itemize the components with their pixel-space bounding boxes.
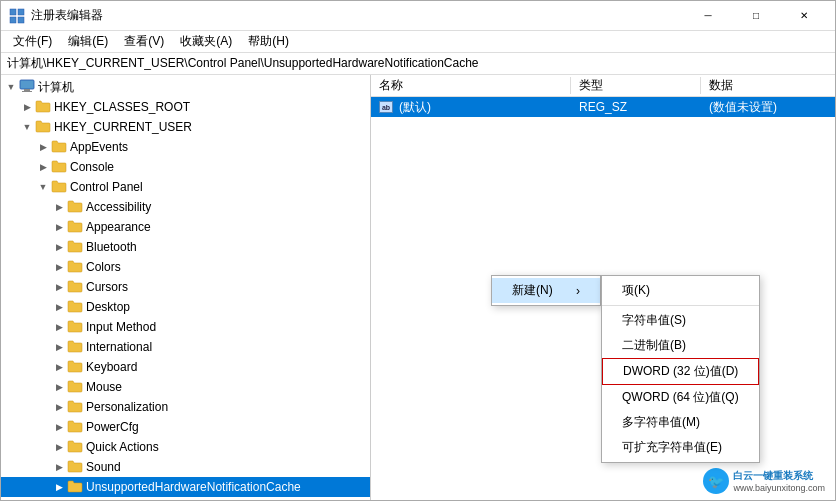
tree-item-hkcr[interactable]: HKEY_CLASSES_ROOT (1, 97, 370, 117)
svg-rect-3 (18, 17, 24, 23)
tree-item-appevents[interactable]: AppEvents (1, 137, 370, 157)
menu-favorites[interactable]: 收藏夹(A) (172, 31, 240, 52)
tree-item-international[interactable]: International (1, 337, 370, 357)
folder-icon (67, 219, 83, 236)
cell-name: ab (默认) (371, 99, 571, 116)
tree-item-label: Appearance (86, 220, 151, 234)
tree-item-computer[interactable]: 计算机 (1, 77, 370, 97)
tree-item-console[interactable]: Console (1, 157, 370, 177)
tree-item-quickactions[interactable]: Quick Actions (1, 437, 370, 457)
ctx-item-label: 项(K) (622, 282, 650, 299)
tree-item-inputmethod[interactable]: Input Method (1, 317, 370, 337)
toggle-mouse (51, 379, 67, 395)
tree-item-controlpanel[interactable]: Control Panel (1, 177, 370, 197)
ctx-item-label: DWORD (32 位)值(D) (623, 363, 738, 380)
tree-item-label: Personalization (86, 400, 168, 414)
toggle-appearance (51, 219, 67, 235)
folder-icon (67, 259, 83, 276)
reg-value-name: (默认) (399, 99, 431, 116)
toggle-console (35, 159, 51, 175)
ctx-new-arrow: › (576, 284, 580, 298)
folder-icon (67, 199, 83, 216)
context-menu-overlay: 新建(N) › 项(K) 字符串值(S) 二进制值(B) (371, 75, 835, 500)
tree-item-appearance[interactable]: Appearance (1, 217, 370, 237)
ctx-item-expandstring[interactable]: 可扩充字符串值(E) (602, 435, 759, 460)
watermark-logo: 🐦 (703, 468, 729, 494)
col-header-type: 类型 (571, 77, 701, 94)
ctx-item-new[interactable]: 新建(N) › (492, 278, 600, 303)
minimize-button[interactable]: ─ (685, 1, 731, 31)
ctx-item-key[interactable]: 项(K) (602, 278, 759, 303)
ctx-item-label: 多字符串值(M) (622, 414, 700, 431)
menu-help[interactable]: 帮助(H) (240, 31, 297, 52)
submenu-new: 项(K) 字符串值(S) 二进制值(B) DWORD (32 位)值(D) QW… (601, 275, 760, 463)
tree-item-accessibility[interactable]: Accessibility (1, 197, 370, 217)
tree-item-label: PowerCfg (86, 420, 139, 434)
ctx-item-qword[interactable]: QWORD (64 位)值(Q) (602, 385, 759, 410)
menu-edit[interactable]: 编辑(E) (60, 31, 116, 52)
menu-file[interactable]: 文件(F) (5, 31, 60, 52)
tree-item-label: Accessibility (86, 200, 151, 214)
cell-data: (数值未设置) (701, 99, 835, 116)
tree-panel[interactable]: 计算机 HKEY_CLASSES_ROOT HKEY_CURRENT_USER (1, 75, 371, 500)
computer-icon (19, 79, 35, 96)
tree-item-label: UnsupportedHardwareNotificationCache (86, 480, 301, 494)
address-bar: 计算机\HKEY_CURRENT_USER\Control Panel\Unsu… (1, 53, 835, 75)
tree-item-unsupported[interactable]: UnsupportedHardwareNotificationCache (1, 477, 370, 497)
tree-item-cursors[interactable]: Cursors (1, 277, 370, 297)
toggle-keyboard (51, 359, 67, 375)
close-button[interactable]: ✕ (781, 1, 827, 31)
toggle-computer (3, 79, 19, 95)
tree-item-desktop[interactable]: Desktop (1, 297, 370, 317)
registry-editor-window: 注册表编辑器 ─ □ ✕ 文件(F) 编辑(E) 查看(V) 收藏夹(A) 帮助… (0, 0, 836, 501)
tree-item-sound[interactable]: Sound (1, 457, 370, 477)
ctx-item-label: 二进制值(B) (622, 337, 686, 354)
tree-item-powercfg[interactable]: PowerCfg (1, 417, 370, 437)
main-content: 计算机 HKEY_CLASSES_ROOT HKEY_CURRENT_USER (1, 75, 835, 500)
tree-item-mouse[interactable]: Mouse (1, 377, 370, 397)
folder-icon (67, 319, 83, 336)
tree-item-label: Quick Actions (86, 440, 159, 454)
folder-icon (67, 379, 83, 396)
watermark-text: 白云一键重装系统 www.baiyunxitong.com (733, 469, 825, 493)
toggle-international (51, 339, 67, 355)
ctx-item-multistring[interactable]: 多字符串值(M) (602, 410, 759, 435)
ctx-item-dword[interactable]: DWORD (32 位)值(D) (602, 358, 759, 385)
maximize-button[interactable]: □ (733, 1, 779, 31)
menu-view[interactable]: 查看(V) (116, 31, 172, 52)
reg-value-icon: ab (379, 101, 393, 113)
col-header-data: 数据 (701, 77, 835, 94)
tree-item-keyboard[interactable]: Keyboard (1, 357, 370, 377)
folder-icon-selected (67, 479, 83, 496)
toggle-colors (51, 259, 67, 275)
tree-item-hkcu[interactable]: HKEY_CURRENT_USER (1, 117, 370, 137)
tree-item-label: Keyboard (86, 360, 137, 374)
tree-item-bluetooth[interactable]: Bluetooth (1, 237, 370, 257)
toggle-accessibility (51, 199, 67, 215)
toggle-desktop (51, 299, 67, 315)
ctx-item-label: 字符串值(S) (622, 312, 686, 329)
tree-item-personalization[interactable]: Personalization (1, 397, 370, 417)
tree-item-label: 计算机 (38, 79, 74, 96)
tree-item-label: Control Panel (70, 180, 143, 194)
folder-icon (51, 159, 67, 176)
ctx-item-string[interactable]: 字符串值(S) (602, 308, 759, 333)
tree-item-label: Bluetooth (86, 240, 137, 254)
table-row[interactable]: ab (默认) REG_SZ (数值未设置) (371, 97, 835, 117)
toggle-powercfg (51, 419, 67, 435)
watermark: 🐦 白云一键重装系统 www.baiyunxitong.com (697, 466, 831, 496)
toggle-hkcu (19, 119, 35, 135)
folder-icon-hkcr (35, 99, 51, 116)
menu-bar: 文件(F) 编辑(E) 查看(V) 收藏夹(A) 帮助(H) (1, 31, 835, 53)
toggle-appevents (35, 139, 51, 155)
table-header: 名称 类型 数据 (371, 75, 835, 97)
window-controls: ─ □ ✕ (685, 1, 827, 31)
toggle-bluetooth (51, 239, 67, 255)
separator-1 (602, 305, 759, 306)
col-header-name: 名称 (371, 77, 571, 94)
tree-item-colors[interactable]: Colors (1, 257, 370, 277)
ctx-item-binary[interactable]: 二进制值(B) (602, 333, 759, 358)
svg-rect-0 (10, 9, 16, 15)
folder-icon (67, 359, 83, 376)
tree-item-label: Input Method (86, 320, 156, 334)
